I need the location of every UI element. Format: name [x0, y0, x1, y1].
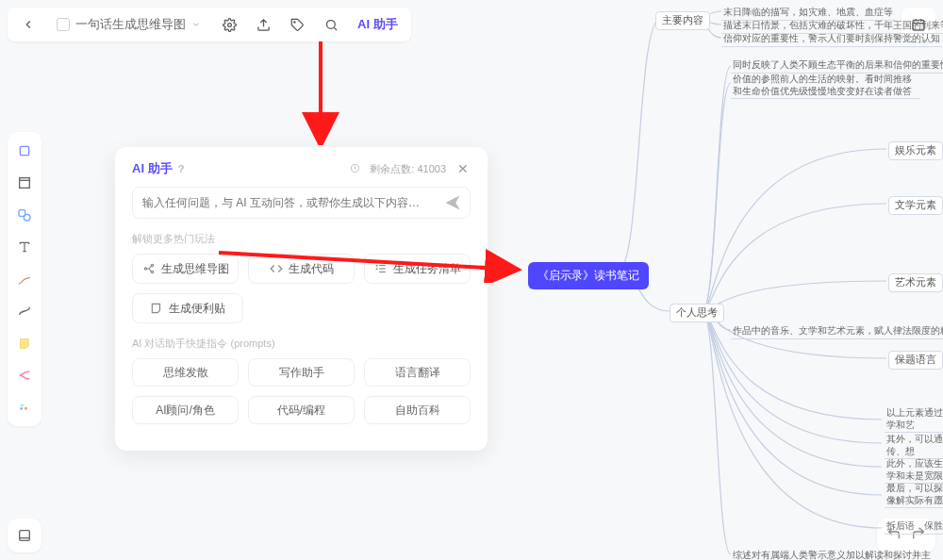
prompt-translate[interactable]: 语言翻译: [364, 358, 471, 387]
tool-frame[interactable]: [11, 170, 38, 196]
svg-point-3: [326, 20, 335, 28]
export-button[interactable]: [250, 11, 276, 38]
tool-sticky[interactable]: [11, 330, 38, 356]
mindmap-leaf[interactable]: 此外，应该生属作在以表现共性、文学和未是宽限等: [885, 458, 943, 484]
ai-prompt-input[interactable]: [142, 196, 438, 209]
svg-point-2: [293, 21, 294, 22]
svg-point-16: [20, 407, 23, 410]
gen-tasks-button[interactable]: 生成任务清单: [364, 254, 471, 284]
prompt-diverge[interactable]: 思维发散: [132, 358, 239, 387]
mindmap-leaf[interactable]: 拆后语，保胜来奇: [885, 520, 943, 535]
mindmap-icon: [142, 262, 156, 275]
svg-rect-9: [20, 146, 28, 155]
prompt-writing[interactable]: 写作助手: [248, 358, 355, 387]
tag-button[interactable]: [284, 11, 310, 38]
tool-pen[interactable]: [11, 266, 38, 292]
section-prompts: AI 对话助手快捷指令 (prompts): [132, 337, 471, 351]
cloud-icon: [57, 18, 70, 31]
svg-point-13: [24, 214, 30, 221]
left-toolbox: [8, 132, 41, 426]
mindmap-leaf[interactable]: 作品中的音乐、文学和艺术元素，赋人律法限度的精神感悟等: [731, 324, 943, 339]
mindmap-node-music[interactable]: 娱乐元素: [888, 141, 943, 160]
clock-icon: [350, 163, 360, 175]
search-button[interactable]: [318, 11, 344, 38]
mindmap-leaf[interactable]: 综述对有属端人类警示意义加以解读和探讨并主: [731, 549, 933, 560]
chevron-down-icon: [191, 20, 201, 29]
annotation-arrow-down: [283, 41, 349, 145]
mindmap-root-node[interactable]: 《启示录》读书笔记: [528, 262, 649, 289]
help-icon[interactable]: ?: [178, 163, 185, 174]
back-button[interactable]: [15, 11, 41, 38]
svg-point-23: [151, 264, 153, 266]
prompt-wiki[interactable]: 自助百科: [364, 396, 471, 424]
svg-marker-18: [20, 404, 25, 406]
section-hot: 解锁更多热门玩法: [132, 232, 471, 246]
mindmap-node-lit[interactable]: 文学元素: [888, 196, 943, 215]
layers-button[interactable]: [8, 519, 41, 552]
tasks-icon: [374, 262, 388, 275]
mindmap-leaf[interactable]: 其外，可以通过思维导,会引发著展共传、想: [885, 434, 943, 459]
tool-more[interactable]: [11, 394, 38, 420]
svg-rect-19: [20, 531, 30, 541]
mindmap-leaf[interactable]: 价值的参照前人的生活的映射。看时间推移和生命价值优先级慢慢地变变好在读者做答: [731, 74, 919, 99]
top-toolbar: 一句话生成思维导图 AI 助手: [8, 8, 411, 41]
tool-connector[interactable]: [11, 298, 38, 324]
mindmap-canvas[interactable]: 《启示录》读书笔记 主要内容 个人思考 末日降临的描写，如灾难、地震、血症等 描…: [528, 0, 943, 560]
svg-line-4: [334, 27, 337, 30]
ai-panel-title: AI 助手?: [132, 160, 184, 177]
mindmap-leaf[interactable]: 信仰对应的重要性，警示人们要时刻保持警觉的认知: [721, 32, 942, 47]
tool-mindmap[interactable]: [11, 362, 38, 388]
mindmap-node-main[interactable]: 主要内容: [655, 11, 710, 30]
mindmap-node-art[interactable]: 艺术元素: [888, 273, 943, 292]
sticky-icon: [150, 302, 163, 315]
ai-input-wrap: [132, 187, 471, 219]
svg-rect-10: [20, 178, 30, 189]
code-icon: [270, 262, 283, 275]
mindmap-leaf[interactable]: 同时反映了人类不顾生态平衡的后果和信仰的重要性: [731, 58, 943, 74]
mindmap-leaf[interactable]: 最后，可以探图描付,让现多的人产生像解实际有愿，引领体领,: [885, 483, 943, 508]
gen-sticky-button[interactable]: 生成便利贴: [132, 293, 243, 323]
mindmap-node-start[interactable]: 保题语言: [888, 351, 943, 370]
settings-button[interactable]: [216, 11, 242, 38]
svg-point-0: [227, 23, 231, 26]
svg-point-24: [151, 271, 153, 272]
remaining-points: 剩余点数: 41003: [370, 162, 446, 176]
ai-assistant-panel: AI 助手? 剩余点数: 41003 ✕ 解锁更多热门玩法 生成思维导图 生成代…: [115, 147, 488, 451]
tool-select[interactable]: [11, 138, 38, 164]
ai-assistant-button[interactable]: AI 助手: [352, 16, 404, 33]
prompt-coding[interactable]: 代码/编程: [248, 396, 355, 424]
mindmap-node-think[interactable]: 个人思考: [670, 304, 724, 322]
tool-shape[interactable]: [11, 202, 38, 228]
doc-title-dropdown[interactable]: 一句话生成思维导图: [49, 11, 208, 38]
gen-code-button[interactable]: 生成代码: [248, 254, 355, 284]
prompt-role[interactable]: AI顾问/角色: [132, 396, 239, 424]
gen-mindmap-button[interactable]: 生成思维导图: [132, 254, 239, 284]
tool-text[interactable]: [11, 234, 38, 260]
close-button[interactable]: ✕: [455, 161, 471, 176]
doc-title: 一句话生成思维导图: [75, 16, 186, 33]
mindmap-leaf[interactable]: 以上元素通过艺术表达中的音乐、文学和艺: [885, 407, 943, 433]
svg-rect-17: [25, 407, 27, 410]
send-button[interactable]: [443, 193, 464, 214]
svg-point-22: [144, 268, 146, 270]
